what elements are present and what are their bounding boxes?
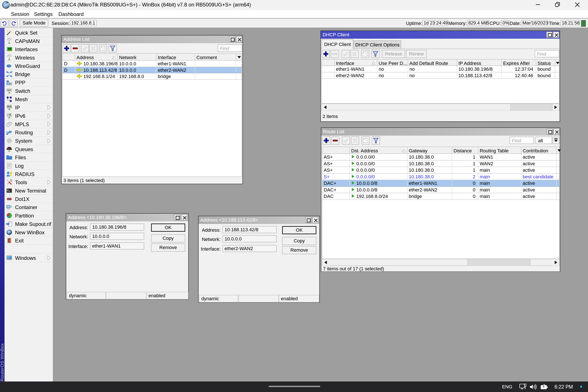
svg-text:6: 6 <box>9 114 11 116</box>
svg-text:255: 255 <box>7 105 12 108</box>
